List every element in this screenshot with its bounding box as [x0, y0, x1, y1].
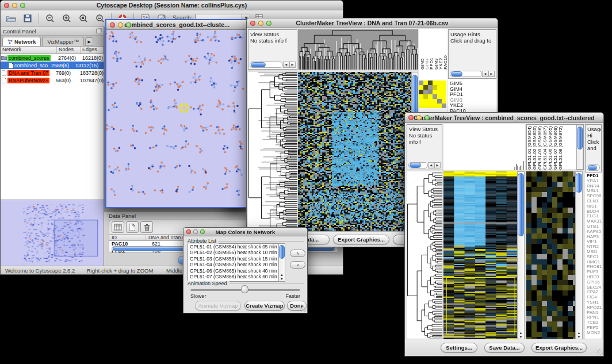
zoom-window-icon[interactable]	[20, 3, 25, 8]
move-up-button[interactable]: ∧	[290, 250, 305, 257]
close-icon[interactable]	[110, 22, 115, 28]
zoom-in-icon[interactable]	[60, 12, 74, 24]
animate-vizmap-button[interactable]: Animate Vizmap	[195, 301, 241, 311]
open-session-button[interactable]	[4, 12, 18, 24]
list-item[interactable]: HAP3	[587, 235, 602, 240]
zoom-vscrollbar[interactable]: ▲▼	[575, 171, 583, 339]
zoom-heatmap-canvas[interactable]	[526, 171, 575, 339]
list-item[interactable]: GPL51-04 (GSM857) heat shock 20 min	[190, 262, 285, 267]
minimize-icon[interactable]	[12, 3, 17, 8]
zoom-window-icon[interactable]	[126, 22, 131, 28]
row-dendrogram-canvas[interactable]	[407, 171, 442, 339]
resize-grip[interactable]	[596, 349, 603, 355]
list-item[interactable]: GPL51-03 (GSM856)	[537, 125, 542, 170]
list-item[interactable]: GPL51-06 (GSM865) heat shock 40 min	[190, 268, 285, 274]
col-edges[interactable]: Edges	[81, 47, 104, 53]
list-item[interactable]: RPN1	[587, 315, 602, 320]
zoom-selected-icon[interactable]	[76, 12, 90, 24]
col-network[interactable]: Network	[1, 47, 57, 53]
list-item[interactable]: RPO21	[587, 305, 602, 311]
scroll-arrows[interactable]: ▲▼	[518, 331, 524, 339]
list-item[interactable]: SEC24	[587, 285, 602, 290]
list-item[interactable]: HRD3	[587, 275, 602, 280]
list-item[interactable]: RNR4	[587, 184, 602, 189]
list-item[interactable]: CPA2	[587, 290, 602, 295]
column-dendrogram-canvas[interactable]	[298, 29, 418, 70]
scroll-right-icon[interactable]: ▶	[488, 71, 495, 77]
save-session-button[interactable]	[21, 12, 35, 24]
list-item[interactable]: ELG1	[587, 214, 602, 219]
birdseye-view[interactable]	[1, 200, 104, 266]
export-graphics-button[interactable]: Export Graphics...	[531, 343, 587, 352]
close-icon[interactable]	[408, 115, 414, 120]
heatmap-vscrollbar[interactable]: ▲▼	[517, 171, 525, 339]
heatmap-canvas[interactable]	[443, 171, 517, 339]
map-colors-dialog[interactable]: Map Colors to Network Attribute List GPL…	[183, 227, 308, 313]
list-item[interactable]: CLN1	[587, 199, 602, 204]
list-item[interactable]: GPL51-02 (GSM855) heat shock 10 min	[190, 250, 285, 255]
list-item[interactable]: GPL51-03 (GSM856) heat shock 15 min	[190, 256, 285, 262]
list-item[interactable]: KAP95	[587, 229, 602, 235]
list-item[interactable]: GPL51-02 (GSM855)	[532, 125, 537, 170]
zoom-window-icon[interactable]	[200, 229, 205, 234]
list-item[interactable]: PEP5	[587, 325, 602, 331]
list-item[interactable]: GPL51-04 (GSM857)	[542, 125, 548, 170]
save-data-button[interactable]: Save Data...	[484, 343, 525, 352]
list-item[interactable]: PFD1	[587, 174, 602, 179]
list-item[interactable]: PAN1	[587, 311, 602, 316]
view-status-scrollbar[interactable]: ◀▶	[250, 62, 296, 68]
column-labels-scrollbar[interactable]	[576, 125, 583, 170]
table-row[interactable]: combined_scores 2764(0) 16218(0)	[1, 54, 104, 62]
list-item[interactable]: GIM5	[420, 29, 424, 70]
list-item[interactable]: YKE2	[438, 29, 443, 70]
tab-overflow-button[interactable]: ▶	[85, 37, 93, 46]
scroll-left-icon[interactable]: ◀	[482, 71, 488, 77]
list-item[interactable]: HMG1	[587, 260, 602, 265]
list-item[interactable]: YSH1	[587, 300, 602, 305]
list-item[interactable]: GPL51-06 (GSM865)	[548, 125, 553, 170]
view-status-scrollbar[interactable]: ◀▶	[408, 162, 441, 168]
list-item[interactable]: GIM4	[424, 29, 429, 70]
minimize-icon[interactable]	[416, 115, 422, 120]
dialog-titlebar[interactable]: Map Colors to Network	[183, 228, 307, 236]
minimize-icon[interactable]	[193, 229, 198, 234]
list-item[interactable]: GPL51-07 (GSM868) heat shock 60 min	[190, 274, 285, 279]
column-dendrogram-canvas[interactable]	[443, 124, 525, 170]
network-window-1[interactable]: combined_scores_good.txt--cluste...	[105, 19, 248, 208]
list-item[interactable]: GPL51-01 (GSM854)	[527, 125, 532, 170]
heatmap-canvas[interactable]	[298, 72, 411, 231]
tab-vizmapper[interactable]: VizMapper™	[42, 37, 84, 46]
scroll-left-icon[interactable]: ◀	[283, 62, 289, 68]
treeview2-titlebar[interactable]: ClusterMaker TreeView : combined_scores_…	[405, 113, 603, 123]
main-titlebar[interactable]: Cytoscape Desktop (Session Name: collins…	[1, 1, 343, 10]
list-item[interactable]: NTR2	[587, 244, 602, 250]
list-item[interactable]: GIM3	[450, 98, 496, 104]
treeview1-titlebar[interactable]: ClusterMaker TreeView : DNA and Tran 07-…	[247, 18, 498, 28]
scroll-arrows[interactable]: ▲▼	[576, 331, 582, 339]
list-item[interactable]: YKE2	[450, 103, 496, 109]
table-row[interactable]: RNAPuberNov2+ 563(0) 107847(0)	[1, 76, 104, 84]
float-panel-icon[interactable]	[96, 29, 101, 33]
export-graphics-button[interactable]: Export Graphics...	[333, 235, 389, 244]
minimize-icon[interactable]	[258, 21, 263, 26]
row-dendrogram-canvas[interactable]	[248, 72, 297, 231]
list-item[interactable]: NIS1	[587, 204, 602, 209]
list-item[interactable]: GIM5	[450, 81, 496, 87]
attribute-list-scrollbar[interactable]: ▲▼	[278, 243, 285, 282]
list-item[interactable]: PAC10	[443, 29, 447, 70]
list-item[interactable]: MON2	[587, 331, 602, 336]
attribute-list[interactable]: GPL51-01 (GSM854) heat shock 05 minGPL51…	[188, 243, 285, 282]
usage-hints-scrollbar[interactable]	[587, 164, 600, 171]
delete-attribute-button[interactable]	[140, 221, 153, 233]
resize-grip[interactable]	[300, 306, 307, 312]
list-item[interactable]: MSL1	[587, 189, 602, 194]
scroll-right-icon[interactable]: ▶	[434, 162, 441, 168]
zoom-out-icon[interactable]	[43, 12, 57, 24]
list-item[interactable]: PFD1	[429, 29, 434, 70]
list-item[interactable]: PUF3	[587, 270, 602, 275]
table-row[interactable]: DNA and Tran 07 769(0) 183728(0)	[1, 69, 104, 76]
list-item[interactable]: BUD4	[587, 209, 602, 214]
zoom-window-icon[interactable]	[266, 21, 271, 26]
close-icon[interactable]	[250, 21, 255, 26]
list-item[interactable]: SEC1	[587, 255, 602, 260]
